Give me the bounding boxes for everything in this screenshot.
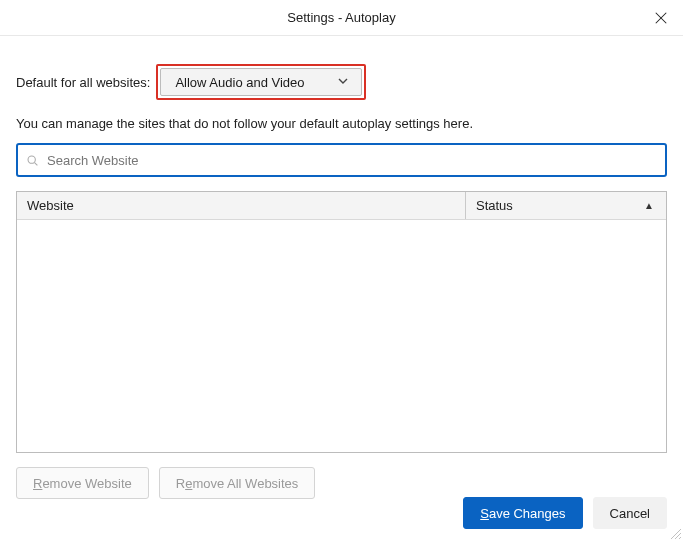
table-body <box>17 220 666 452</box>
remove-buttons-row: Remove Website Remove All Websites <box>16 467 667 499</box>
svg-point-2 <box>28 156 35 163</box>
remove-website-rest: emove Website <box>42 476 131 491</box>
default-select-highlight: Allow Audio and Video <box>156 64 366 100</box>
search-icon <box>26 154 39 167</box>
column-status[interactable]: Status ▲ <box>466 192 666 219</box>
column-status-label: Status <box>476 198 513 213</box>
sort-arrow-icon: ▲ <box>644 200 654 211</box>
dialog-footer: Save Changes Cancel <box>463 497 667 529</box>
dialog-title: Settings - Autoplay <box>287 10 395 25</box>
resize-grip-icon[interactable] <box>669 527 681 539</box>
close-button[interactable] <box>647 4 675 32</box>
svg-line-3 <box>35 162 38 165</box>
exceptions-table: Website Status ▲ <box>16 191 667 453</box>
default-label: Default for all websites: <box>16 75 150 90</box>
save-button[interactable]: Save Changes <box>463 497 582 529</box>
chevron-down-icon <box>337 75 349 90</box>
default-select[interactable]: Allow Audio and Video <box>160 68 362 96</box>
remove-all-button[interactable]: Remove All Websites <box>159 467 316 499</box>
table-header: Website Status ▲ <box>17 192 666 220</box>
search-field[interactable] <box>16 143 667 177</box>
remove-all-rest: move All Websites <box>192 476 298 491</box>
cancel-button[interactable]: Cancel <box>593 497 667 529</box>
column-website[interactable]: Website <box>17 192 466 219</box>
titlebar: Settings - Autoplay <box>0 0 683 36</box>
svg-line-6 <box>679 537 681 539</box>
column-website-label: Website <box>27 198 74 213</box>
default-select-value: Allow Audio and Video <box>175 75 304 90</box>
hint-text: You can manage the sites that do not fol… <box>16 116 667 131</box>
close-icon <box>654 11 668 25</box>
remove-website-button[interactable]: Remove Website <box>16 467 149 499</box>
search-input[interactable] <box>45 152 657 169</box>
default-row: Default for all websites: Allow Audio an… <box>16 64 667 100</box>
save-rest: ave Changes <box>489 506 566 521</box>
